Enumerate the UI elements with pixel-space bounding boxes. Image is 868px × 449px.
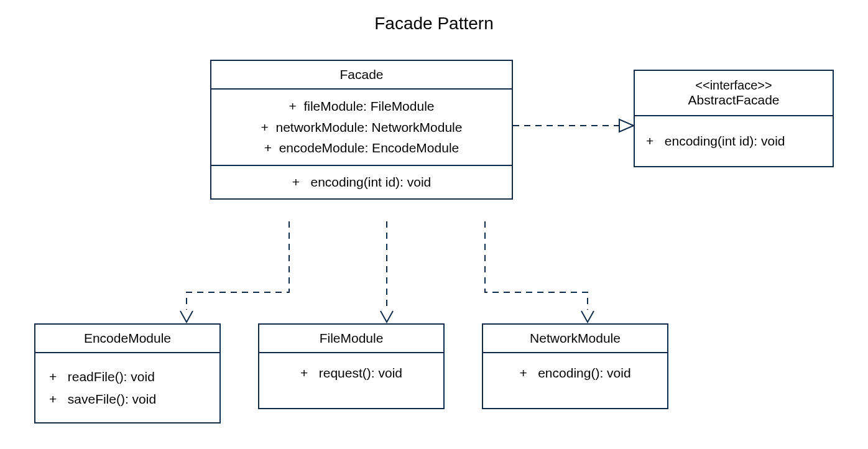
diagram-title: Facade Pattern: [0, 14, 868, 34]
network-module-method-encoding: + encoding(): void: [497, 366, 653, 381]
abstract-facade-methods: + encoding(int id): void: [635, 116, 833, 166]
realization-facade-to-abstractfacade: [513, 119, 634, 132]
abstract-facade-stereotype: <<interface>>: [644, 78, 824, 93]
file-module-method-request: + request(): void: [273, 366, 430, 381]
abstract-facade-header: <<interface>> AbstractFacade: [635, 71, 833, 116]
svg-marker-1: [619, 119, 634, 132]
facade-attr-encodeModule: + encodeModule: EncodeModule: [220, 137, 503, 159]
encode-module-method-saveFile: + saveFile(): void: [49, 388, 206, 410]
dependency-facade-to-networkmodule: [485, 221, 594, 322]
dependency-facade-to-filemodule: [381, 221, 393, 322]
file-module-name: FileModule: [259, 325, 443, 353]
class-file-module: FileModule + request(): void: [258, 323, 445, 409]
facade-method-encoding: + encoding(int id): void: [220, 175, 503, 190]
class-facade-methods: + encoding(int id): void: [211, 166, 512, 198]
interface-abstract-facade: <<interface>> AbstractFacade + encoding(…: [634, 70, 834, 167]
network-module-methods: + encoding(): void: [483, 353, 667, 408]
file-module-methods: + request(): void: [259, 353, 443, 408]
dependency-facade-to-encodemodule: [180, 221, 289, 322]
class-facade: Facade + fileModule: FileModule + networ…: [210, 60, 513, 200]
facade-attr-networkModule: + networkModule: NetworkModule: [220, 117, 503, 138]
network-module-name: NetworkModule: [483, 325, 667, 353]
encode-module-methods: + readFile(): void + saveFile(): void: [35, 353, 219, 422]
class-encode-module: EncodeModule + readFile(): void + saveFi…: [34, 323, 221, 424]
class-network-module: NetworkModule + encoding(): void: [482, 323, 668, 409]
abstract-facade-name: AbstractFacade: [644, 93, 824, 108]
facade-attr-fileModule: + fileModule: FileModule: [220, 96, 503, 117]
class-facade-attributes: + fileModule: FileModule + networkModule…: [211, 90, 512, 166]
class-facade-name: Facade: [211, 61, 512, 90]
encode-module-method-readFile: + readFile(): void: [49, 366, 206, 388]
encode-module-name: EncodeModule: [35, 325, 219, 353]
abstract-facade-method-encoding: + encoding(int id): void: [646, 134, 821, 149]
